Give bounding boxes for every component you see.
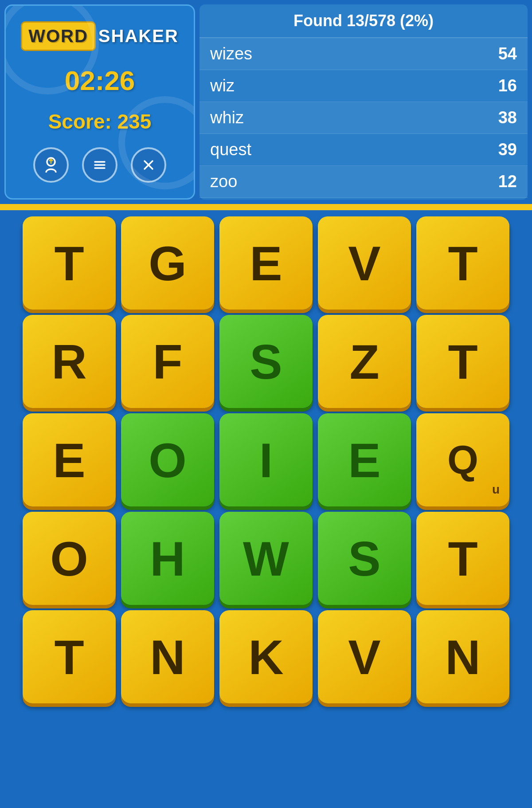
- bottom-section: TGEVTRFSZTEOIEQuOHWSTTNKVN: [0, 210, 532, 710]
- svg-line-5: [145, 161, 153, 169]
- word-row: whiz38: [200, 102, 528, 134]
- title-sub: SHAKER: [98, 26, 179, 46]
- tile-letter: T: [54, 629, 84, 685]
- title-word: WORD: [21, 21, 96, 51]
- tile-letter: R: [51, 333, 86, 390]
- tile-1-2[interactable]: S: [219, 315, 313, 408]
- tile-letter: O: [149, 432, 187, 488]
- word-score: 38: [498, 108, 517, 127]
- tile-0-1[interactable]: G: [121, 216, 214, 310]
- tile-letter: T: [448, 235, 477, 291]
- word-text: quest: [210, 140, 251, 159]
- shop-button[interactable]: [33, 147, 69, 183]
- close-icon: [140, 157, 157, 173]
- tile-4-1[interactable]: N: [121, 610, 214, 703]
- tile-letter: W: [243, 530, 289, 587]
- menu-icon: [91, 157, 108, 173]
- tile-4-2[interactable]: K: [219, 610, 313, 703]
- close-button[interactable]: [131, 147, 166, 183]
- grid-row: TNKVN: [6, 610, 526, 703]
- right-panel: Found 13/578 (2%) wizes54wiz16whiz38ques…: [200, 4, 528, 200]
- tile-letter: O: [50, 530, 88, 587]
- score-value: 235: [117, 110, 152, 133]
- tile-letter: K: [248, 629, 283, 685]
- tile-3-4[interactable]: T: [416, 512, 509, 605]
- tile-1-0[interactable]: R: [23, 315, 116, 408]
- tile-letter: V: [348, 629, 380, 685]
- tile-letter: E: [250, 235, 282, 291]
- word-row: woo7: [200, 198, 528, 200]
- tile-0-2[interactable]: E: [219, 216, 313, 310]
- left-panel: WORD SHAKER 02:26 Score: 235: [4, 4, 195, 200]
- tile-1-3[interactable]: Z: [318, 315, 411, 408]
- tile-2-2[interactable]: I: [219, 413, 313, 506]
- word-text: wiz: [210, 76, 235, 95]
- tile-4-4[interactable]: N: [416, 610, 509, 703]
- tile-2-1[interactable]: O: [121, 413, 214, 506]
- score-label: Score:: [48, 110, 112, 133]
- word-score: 54: [498, 44, 517, 63]
- tile-3-3[interactable]: S: [318, 512, 411, 605]
- tile-letter: E: [348, 432, 380, 488]
- tile-letter: G: [149, 235, 187, 291]
- tile-superscript: u: [492, 482, 500, 497]
- shop-icon: [43, 157, 59, 173]
- timer-display: 02:26: [65, 65, 135, 96]
- word-score: 39: [498, 140, 517, 159]
- tile-2-4[interactable]: Qu: [416, 413, 509, 506]
- grid-row: RFSZT: [6, 315, 526, 408]
- tile-letter: N: [445, 629, 480, 685]
- tile-letter: N: [150, 629, 185, 685]
- tile-0-3[interactable]: V: [318, 216, 411, 310]
- tile-1-4[interactable]: T: [416, 315, 509, 408]
- tile-letter: I: [259, 432, 273, 488]
- tile-letter: T: [54, 235, 84, 291]
- word-row: quest39: [200, 134, 528, 166]
- grid-area: TGEVTRFSZTEOIEQuOHWSTTNKVN: [0, 210, 532, 710]
- tile-3-1[interactable]: H: [121, 512, 214, 605]
- action-buttons: [33, 147, 166, 183]
- tile-letter: T: [448, 530, 477, 587]
- tile-4-3[interactable]: V: [318, 610, 411, 703]
- tile-letter: E: [53, 432, 85, 488]
- word-list: wizes54wiz16whiz38quest39zoo12woo7wets16: [200, 38, 528, 200]
- word-score: 16: [498, 76, 517, 95]
- tile-3-2[interactable]: W: [219, 512, 313, 605]
- tile-letter: F: [153, 333, 182, 390]
- word-row: wiz16: [200, 70, 528, 102]
- word-text: whiz: [210, 108, 244, 127]
- tile-letter: Z: [349, 333, 379, 390]
- word-score: 12: [498, 172, 517, 191]
- tile-4-0[interactable]: T: [23, 610, 116, 703]
- tile-2-3[interactable]: E: [318, 413, 411, 506]
- found-header: Found 13/578 (2%): [200, 4, 528, 38]
- tile-0-0[interactable]: T: [23, 216, 116, 310]
- tile-1-1[interactable]: F: [121, 315, 214, 408]
- game-title: WORD SHAKER: [21, 21, 179, 51]
- score-display: Score: 235: [48, 110, 152, 133]
- grid-row: EOIEQu: [6, 413, 526, 506]
- grid-row: TGEVT: [6, 216, 526, 310]
- tile-letter: H: [150, 530, 185, 587]
- word-text: wizes: [210, 44, 252, 63]
- tile-letter: T: [448, 333, 477, 390]
- word-row: wizes54: [200, 38, 528, 70]
- word-text: zoo: [210, 172, 237, 191]
- top-section: WORD SHAKER 02:26 Score: 235: [0, 0, 532, 204]
- tile-0-4[interactable]: T: [416, 216, 509, 310]
- tile-2-0[interactable]: E: [23, 413, 116, 506]
- tile-letter: S: [348, 530, 380, 587]
- word-row: zoo12: [200, 166, 528, 198]
- menu-button[interactable]: [82, 147, 117, 183]
- tile-letter: Q: [447, 437, 478, 483]
- svg-line-6: [145, 161, 153, 169]
- tile-letter: S: [250, 333, 282, 390]
- divider-bar: [0, 204, 532, 210]
- grid-row: OHWST: [6, 512, 526, 605]
- tile-letter: V: [348, 235, 380, 291]
- tile-3-0[interactable]: O: [23, 512, 116, 605]
